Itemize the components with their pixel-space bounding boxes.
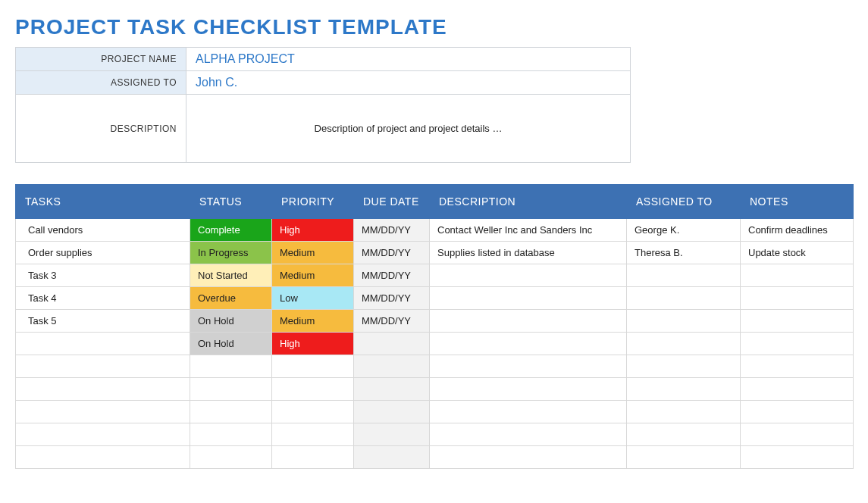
due-date-cell[interactable]: MM/DD/YY xyxy=(354,242,430,264)
due-date-cell[interactable] xyxy=(354,423,430,446)
due-date-cell[interactable]: MM/DD/YY xyxy=(354,264,430,287)
status-cell[interactable]: Overdue xyxy=(190,287,272,310)
due-date-cell[interactable] xyxy=(354,355,430,378)
notes-cell[interactable]: Update stock xyxy=(741,242,854,264)
description-cell[interactable] xyxy=(430,287,627,310)
description-cell[interactable]: Contact Weller Inc and Sanders Inc xyxy=(430,219,627,242)
project-name-label: PROJECT NAME xyxy=(16,48,186,71)
notes-cell[interactable] xyxy=(741,378,854,401)
assigned-to-value[interactable]: John C. xyxy=(186,71,631,95)
notes-cell[interactable]: Confirm deadlines xyxy=(741,219,854,242)
table-row xyxy=(16,378,854,401)
task-cell[interactable] xyxy=(16,446,190,469)
task-cell[interactable]: Call vendors xyxy=(16,219,190,242)
task-cell[interactable]: Task 3 xyxy=(16,264,190,287)
task-cell[interactable] xyxy=(16,401,190,423)
col-header-priority: PRIORITY xyxy=(272,185,354,219)
status-cell[interactable]: On Hold xyxy=(190,333,272,355)
table-row: On HoldHigh xyxy=(16,333,854,355)
task-cell[interactable] xyxy=(16,355,190,378)
status-cell[interactable]: On Hold xyxy=(190,310,272,333)
priority-cell[interactable] xyxy=(272,423,354,446)
col-header-assigned-to: ASSIGNED TO xyxy=(627,185,741,219)
task-cell[interactable]: Task 4 xyxy=(16,287,190,310)
assigned-to-cell[interactable] xyxy=(627,310,741,333)
priority-cell[interactable] xyxy=(272,446,354,469)
priority-cell[interactable] xyxy=(272,378,354,401)
description-cell[interactable] xyxy=(430,264,627,287)
description-cell[interactable] xyxy=(430,355,627,378)
notes-cell[interactable] xyxy=(741,401,854,423)
due-date-cell[interactable]: MM/DD/YY xyxy=(354,287,430,310)
project-info-table: PROJECT NAME ALPHA PROJECT ASSIGNED TO J… xyxy=(15,47,631,163)
description-cell[interactable] xyxy=(430,401,627,423)
table-row: Task 5On HoldMediumMM/DD/YY xyxy=(16,310,854,333)
notes-cell[interactable] xyxy=(741,355,854,378)
priority-cell[interactable]: Medium xyxy=(272,242,354,264)
status-cell[interactable]: In Progress xyxy=(190,242,272,264)
col-header-due-date: DUE DATE xyxy=(354,185,430,219)
status-cell[interactable] xyxy=(190,446,272,469)
table-row xyxy=(16,423,854,446)
status-cell[interactable] xyxy=(190,401,272,423)
assigned-to-cell[interactable] xyxy=(627,423,741,446)
description-cell[interactable] xyxy=(430,446,627,469)
notes-cell[interactable] xyxy=(741,446,854,469)
due-date-cell[interactable] xyxy=(354,446,430,469)
due-date-cell[interactable]: MM/DD/YY xyxy=(354,219,430,242)
assigned-to-cell[interactable] xyxy=(627,264,741,287)
task-cell[interactable]: Order supplies xyxy=(16,242,190,264)
priority-cell[interactable]: Medium xyxy=(272,310,354,333)
priority-cell[interactable]: High xyxy=(272,219,354,242)
notes-cell[interactable] xyxy=(741,423,854,446)
table-row xyxy=(16,355,854,378)
priority-cell[interactable]: High xyxy=(272,333,354,355)
due-date-cell[interactable] xyxy=(354,401,430,423)
description-value[interactable]: Description of project and project detai… xyxy=(186,95,631,163)
assigned-to-cell[interactable] xyxy=(627,287,741,310)
col-header-description: DESCRIPTION xyxy=(430,185,627,219)
table-row: Task 4OverdueLowMM/DD/YY xyxy=(16,287,854,310)
assigned-to-cell[interactable] xyxy=(627,401,741,423)
description-cell[interactable] xyxy=(430,333,627,355)
task-cell[interactable] xyxy=(16,423,190,446)
priority-cell[interactable] xyxy=(272,355,354,378)
task-cell[interactable] xyxy=(16,378,190,401)
status-cell[interactable] xyxy=(190,378,272,401)
description-cell[interactable] xyxy=(430,423,627,446)
due-date-cell[interactable] xyxy=(354,333,430,355)
description-cell[interactable] xyxy=(430,310,627,333)
project-name-row: PROJECT NAME ALPHA PROJECT xyxy=(16,48,631,71)
due-date-cell[interactable]: MM/DD/YY xyxy=(354,310,430,333)
priority-cell[interactable]: Medium xyxy=(272,264,354,287)
task-cell[interactable] xyxy=(16,333,190,355)
status-cell[interactable]: Complete xyxy=(190,219,272,242)
assigned-to-label: ASSIGNED TO xyxy=(16,71,186,95)
notes-cell[interactable] xyxy=(741,287,854,310)
assigned-to-cell[interactable] xyxy=(627,333,741,355)
project-name-value[interactable]: ALPHA PROJECT xyxy=(186,48,631,71)
description-cell[interactable]: Supplies listed in database xyxy=(430,242,627,264)
description-cell[interactable] xyxy=(430,378,627,401)
assigned-to-cell[interactable] xyxy=(627,446,741,469)
assigned-to-cell[interactable]: George K. xyxy=(627,219,741,242)
task-cell[interactable]: Task 5 xyxy=(16,310,190,333)
status-cell[interactable]: Not Started xyxy=(190,264,272,287)
table-row: Order suppliesIn ProgressMediumMM/DD/YYS… xyxy=(16,242,854,264)
notes-cell[interactable] xyxy=(741,264,854,287)
description-row: DESCRIPTION Description of project and p… xyxy=(16,95,631,163)
assigned-to-cell[interactable]: Theresa B. xyxy=(627,242,741,264)
notes-cell[interactable] xyxy=(741,310,854,333)
assigned-to-cell[interactable] xyxy=(627,378,741,401)
status-cell[interactable] xyxy=(190,423,272,446)
due-date-cell[interactable] xyxy=(354,378,430,401)
priority-cell[interactable] xyxy=(272,401,354,423)
assigned-to-cell[interactable] xyxy=(627,355,741,378)
table-row: Task 3Not StartedMediumMM/DD/YY xyxy=(16,264,854,287)
table-row xyxy=(16,446,854,469)
status-cell[interactable] xyxy=(190,355,272,378)
table-row: Call vendorsCompleteHighMM/DD/YYContact … xyxy=(16,219,854,242)
notes-cell[interactable] xyxy=(741,333,854,355)
priority-cell[interactable]: Low xyxy=(272,287,354,310)
page-title: PROJECT TASK CHECKLIST TEMPLATE xyxy=(15,15,853,39)
